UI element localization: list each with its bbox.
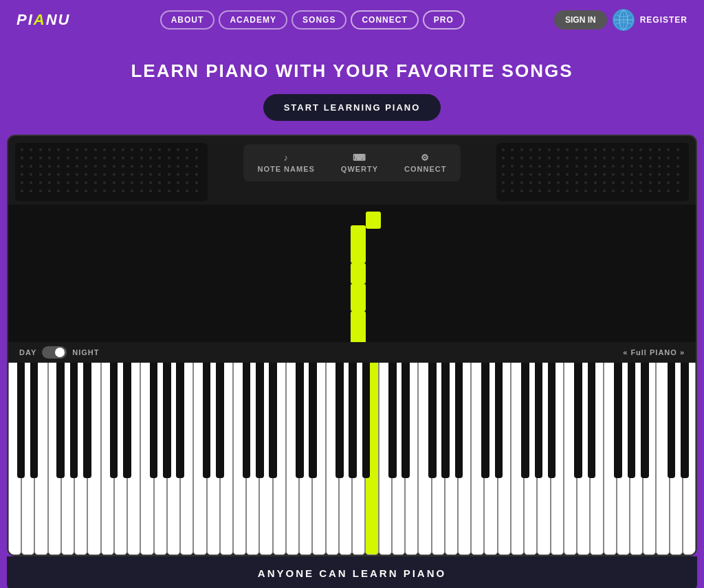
speaker-dot	[168, 190, 170, 192]
black-key[interactable]	[535, 363, 543, 478]
speaker-dot	[557, 173, 560, 176]
black-key[interactable]	[56, 363, 65, 478]
speaker-dot	[676, 157, 679, 159]
speaker-dot	[603, 165, 606, 168]
black-key[interactable]	[269, 363, 277, 478]
speaker-dot	[122, 181, 124, 184]
speaker-dot	[676, 181, 679, 184]
black-key[interactable]	[455, 363, 463, 478]
black-key[interactable]	[628, 363, 636, 478]
black-key[interactable]	[336, 363, 344, 478]
black-key[interactable]	[243, 363, 251, 478]
speaker-dot	[612, 173, 615, 176]
speaker-dot	[177, 173, 179, 176]
speaker-dot	[612, 148, 615, 151]
black-key[interactable]	[296, 363, 304, 478]
speaker-dot	[94, 173, 97, 176]
speaker-dot	[520, 165, 523, 168]
start-learning-button[interactable]: START LEARNING PIANO	[263, 94, 441, 121]
black-key[interactable]	[495, 363, 503, 478]
black-key[interactable]	[349, 363, 357, 478]
qwerty-button[interactable]: ⌨ QWERTY	[330, 147, 389, 179]
piano-container: document.write(Array(120).fill('<div cla…	[7, 135, 697, 556]
black-key[interactable]	[402, 363, 410, 478]
speaker-dot	[584, 165, 587, 168]
speaker-dot	[39, 157, 42, 159]
black-key-container	[441, 363, 450, 478]
day-night-toggle[interactable]	[42, 346, 67, 359]
black-key[interactable]	[216, 363, 224, 478]
speaker-dot	[529, 173, 532, 176]
speaker-dot	[48, 190, 51, 192]
black-key[interactable]	[83, 363, 91, 478]
speaker-dot	[566, 157, 569, 159]
speaker-dot	[122, 157, 124, 159]
black-key[interactable]	[163, 363, 171, 478]
header: PiANU ABOUT ACADEMY SONGS CONNECT PRO SI…	[0, 0, 704, 40]
bottom-bar: ANYONE CAN LEARN PIANO	[7, 556, 697, 588]
speaker-dot	[30, 190, 32, 192]
black-key[interactable]	[481, 363, 490, 478]
speaker-dot	[30, 165, 32, 168]
black-key[interactable]	[641, 363, 649, 478]
speaker-dot	[575, 173, 578, 176]
note-names-button[interactable]: ♪ NOTE NAMES	[246, 147, 325, 179]
black-key-container	[428, 363, 437, 478]
speaker-dot	[76, 190, 78, 192]
speaker-dot	[85, 148, 87, 151]
black-key[interactable]	[441, 363, 450, 478]
black-key[interactable]	[150, 363, 158, 478]
piano-top-panel: document.write(Array(120).fill('<div cla…	[8, 136, 696, 205]
black-key[interactable]	[176, 363, 184, 478]
speaker-dot	[566, 190, 569, 192]
black-key[interactable]	[668, 363, 676, 478]
nav-songs[interactable]: SONGS	[292, 10, 346, 30]
black-key-container	[243, 363, 251, 478]
black-key[interactable]	[30, 363, 38, 478]
speaker-dot	[639, 173, 642, 176]
speaker-dot	[594, 157, 597, 159]
black-key[interactable]	[362, 363, 371, 478]
black-key[interactable]	[428, 363, 437, 478]
nav-academy[interactable]: ACADEMY	[219, 10, 287, 30]
black-key[interactable]	[110, 363, 118, 478]
speaker-dot	[502, 181, 505, 184]
black-key[interactable]	[521, 363, 529, 478]
sign-in-button[interactable]: SIGN IN	[554, 10, 607, 30]
speaker-dot	[667, 165, 670, 168]
speaker-dot	[520, 148, 523, 151]
black-key-container	[216, 363, 224, 478]
speaker-dot	[566, 181, 569, 184]
speaker-dot	[502, 165, 505, 168]
black-key[interactable]	[681, 363, 689, 478]
speaker-dot	[177, 181, 179, 184]
note-stream	[8, 205, 696, 342]
black-key[interactable]	[548, 363, 556, 478]
black-key[interactable]	[388, 363, 397, 478]
black-key[interactable]	[614, 363, 622, 478]
register-button[interactable]: REGISTER	[640, 15, 688, 25]
black-key[interactable]	[17, 363, 25, 478]
speaker-dot	[548, 173, 551, 176]
speaker-dot	[21, 157, 23, 159]
full-piano-button[interactable]: « Full PIANO »	[623, 348, 685, 357]
black-key[interactable]	[70, 363, 78, 478]
speaker-dot	[21, 190, 23, 192]
main-nav: ABOUT ACADEMY SONGS CONNECT PRO	[160, 10, 465, 30]
connect-button[interactable]: ⚙ CONNECT	[393, 147, 457, 179]
speaker-dot	[122, 148, 124, 151]
black-key[interactable]	[574, 363, 582, 478]
nav-connect[interactable]: CONNECT	[351, 10, 418, 30]
black-key[interactable]	[123, 363, 131, 478]
black-key[interactable]	[588, 363, 596, 478]
nav-about[interactable]: ABOUT	[160, 10, 215, 30]
speaker-dot	[658, 181, 661, 184]
black-key[interactable]	[203, 363, 211, 478]
nav-pro[interactable]: PRO	[423, 10, 465, 30]
black-key[interactable]	[309, 363, 317, 478]
speaker-dots-right: document.write(Array(120).fill('<div cla…	[496, 143, 689, 201]
speaker-dot	[140, 181, 143, 184]
speaker-dot	[612, 165, 615, 168]
speaker-dot	[149, 157, 152, 159]
black-key[interactable]	[256, 363, 264, 478]
